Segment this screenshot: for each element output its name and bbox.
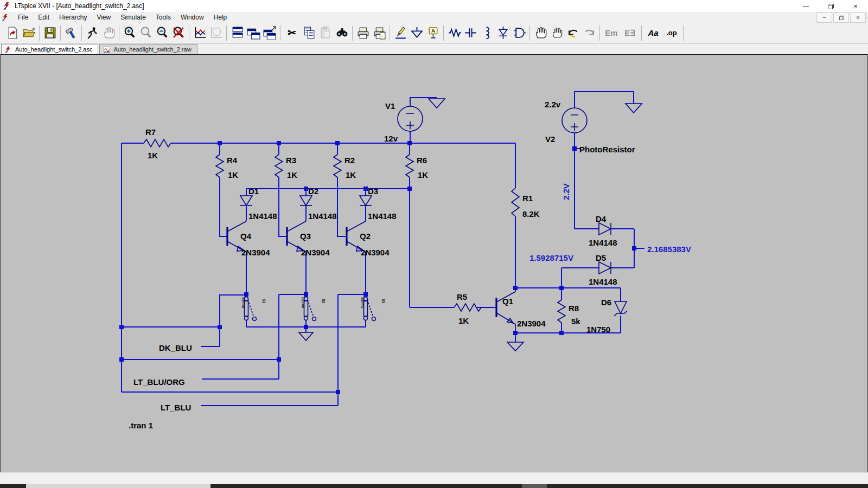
switch-ref[interactable]: S3 — [381, 299, 385, 303]
part-value[interactable]: 1K — [287, 170, 297, 179]
part-value[interactable]: 1N4148 — [368, 211, 397, 221]
part-ref[interactable]: V1 — [385, 101, 395, 111]
part-ref[interactable]: R4 — [227, 156, 238, 165]
autorange-waveform-button[interactable] — [192, 24, 208, 42]
part-ref[interactable]: R6 — [417, 156, 427, 165]
resistor-R1[interactable]: R1 8.2K — [512, 188, 540, 219]
menu-help[interactable]: Help — [209, 12, 232, 22]
mdi-minimize-button[interactable]: – — [816, 12, 832, 23]
resistor-R5[interactable]: R5 1K — [454, 292, 481, 325]
transistor-Q3[interactable]: Q3 2N3904 — [287, 221, 330, 257]
cut-button[interactable]: ✂ — [283, 24, 301, 42]
part-value[interactable]: 2N3904 — [301, 248, 330, 257]
transistor-Q1[interactable]: Q1 2N3904 — [496, 288, 546, 333]
mdi-restore-button[interactable] — [833, 12, 849, 23]
part-ref[interactable]: Q4 — [240, 232, 252, 241]
part-value[interactable]: 1K — [346, 170, 356, 179]
tile-horizontal-button[interactable] — [229, 24, 245, 42]
print-preview-button[interactable] — [371, 24, 387, 42]
diode-D4[interactable]: D4 1N4148 — [589, 214, 617, 247]
tab-schematic-asc[interactable]: Auto_headlight_switch_2.asc — [1, 44, 98, 54]
switch-S2[interactable]: SET=0 S2 — [301, 297, 326, 321]
menu-edit[interactable]: Edit — [33, 12, 54, 22]
place-resistor-button[interactable] — [446, 24, 462, 42]
restore-button[interactable] — [818, 0, 843, 12]
part-value[interactable]: 1K — [228, 170, 238, 179]
place-inductor-button[interactable] — [478, 24, 495, 42]
part-ref[interactable]: D1 — [248, 187, 259, 196]
menu-tools[interactable]: Tools — [151, 12, 176, 22]
part-ref[interactable]: V2 — [545, 134, 555, 144]
part-value[interactable]: 12v — [384, 134, 398, 143]
tile-vertical-button[interactable] — [245, 24, 261, 42]
mdi-close-button[interactable]: × — [850, 12, 866, 23]
menu-view[interactable]: View — [92, 12, 116, 22]
resistor-R4[interactable]: R4 1K — [216, 155, 238, 179]
resistor-R7[interactable]: R7 1K — [144, 127, 171, 160]
part-value[interactable]: 1K — [458, 316, 469, 325]
part-ref[interactable]: D5 — [596, 253, 606, 262]
part-value[interactable]: 1N750 — [586, 325, 610, 334]
part-ref[interactable]: D6 — [601, 298, 611, 307]
voltage-source-V2[interactable]: 2.2v V2 — [545, 100, 587, 144]
voltage-source-V1[interactable]: V1 12v — [384, 101, 423, 143]
transistor-Q4[interactable]: Q4 2N3904 — [227, 221, 270, 257]
part-value[interactable]: 1N4148 — [589, 277, 617, 286]
control-panel-button[interactable] — [63, 24, 79, 42]
print-button[interactable] — [355, 24, 371, 42]
part-value[interactable]: 1N4148 — [589, 238, 617, 247]
switch-S1[interactable]: SET=0 S1 — [241, 297, 266, 321]
part-value[interactable]: 2N3904 — [361, 248, 390, 257]
menu-simulate[interactable]: Simulate — [116, 12, 151, 22]
part-ref[interactable]: D4 — [596, 214, 607, 223]
place-capacitor-button[interactable] — [462, 24, 478, 42]
switch-S3[interactable]: SET=1 S3 — [361, 297, 385, 321]
open-file-button[interactable] — [21, 24, 37, 42]
part-ref[interactable]: Q2 — [360, 232, 371, 241]
place-ground-button[interactable] — [409, 24, 425, 42]
part-value[interactable]: 1N4148 — [248, 211, 277, 221]
spice-directive[interactable]: .tran 1 — [129, 421, 153, 430]
part-ref[interactable]: Q1 — [502, 297, 513, 306]
net-label-lt-blu[interactable]: LT_BLU — [161, 403, 191, 412]
taskbar-active-segment[interactable] — [26, 484, 210, 488]
switch-ref[interactable]: S1 — [262, 299, 266, 303]
schematic-canvas[interactable]: V1 12v 2.2v V2 R7 1K R4 1K R3 1K R2 1K R… — [0, 54, 868, 472]
draw-wire-button[interactable] — [392, 24, 409, 42]
switch-ref[interactable]: S2 — [322, 299, 326, 303]
switch-state[interactable]: SET=0 — [301, 297, 305, 308]
zoom-full-extents-button[interactable] — [170, 24, 187, 42]
part-ref[interactable]: R7 — [145, 127, 156, 137]
part-value[interactable]: 1K — [148, 151, 158, 160]
taskbar-segment[interactable] — [522, 484, 547, 488]
resistor-R3[interactable]: R3 1K — [275, 155, 297, 179]
net-label-photoresistor[interactable]: PhotoResistor — [579, 145, 635, 154]
part-value[interactable]: 1N4148 — [308, 211, 337, 221]
diode-D5[interactable]: D5 1N4148 — [589, 253, 617, 286]
copy-button[interactable] — [301, 24, 317, 42]
part-value[interactable]: 8.2K — [522, 209, 540, 219]
minimize-button[interactable] — [793, 0, 818, 12]
part-ref[interactable]: Q3 — [300, 232, 311, 241]
net-label-dk-blu[interactable]: DK_BLU — [159, 343, 192, 352]
part-ref[interactable]: R2 — [344, 156, 355, 165]
resistor-R8[interactable]: R8 5k — [558, 300, 580, 326]
part-value[interactable]: 1K — [418, 170, 428, 179]
menu-hierarchy[interactable]: Hierarchy — [54, 12, 92, 22]
part-ref[interactable]: R8 — [569, 304, 579, 313]
menu-window[interactable]: Window — [176, 12, 209, 22]
net-label-lt-blu-org[interactable]: LT_BLU/ORG — [133, 377, 185, 387]
part-value[interactable]: 5k — [571, 317, 580, 326]
run-button[interactable] — [84, 24, 100, 42]
place-diode-button[interactable] — [495, 24, 511, 42]
part-value[interactable]: 2N3904 — [241, 248, 270, 257]
cascade-windows-button[interactable] — [261, 24, 278, 42]
resistor-R2[interactable]: R2 1K — [334, 155, 356, 179]
move-button[interactable] — [532, 24, 548, 42]
part-ref[interactable]: D2 — [308, 187, 318, 196]
taskbar[interactable] — [0, 484, 868, 488]
place-component-button[interactable] — [511, 24, 527, 42]
new-schematic-button[interactable] — [4, 24, 21, 42]
part-value[interactable]: 2N3904 — [517, 319, 546, 328]
menu-file[interactable]: File — [13, 12, 33, 22]
